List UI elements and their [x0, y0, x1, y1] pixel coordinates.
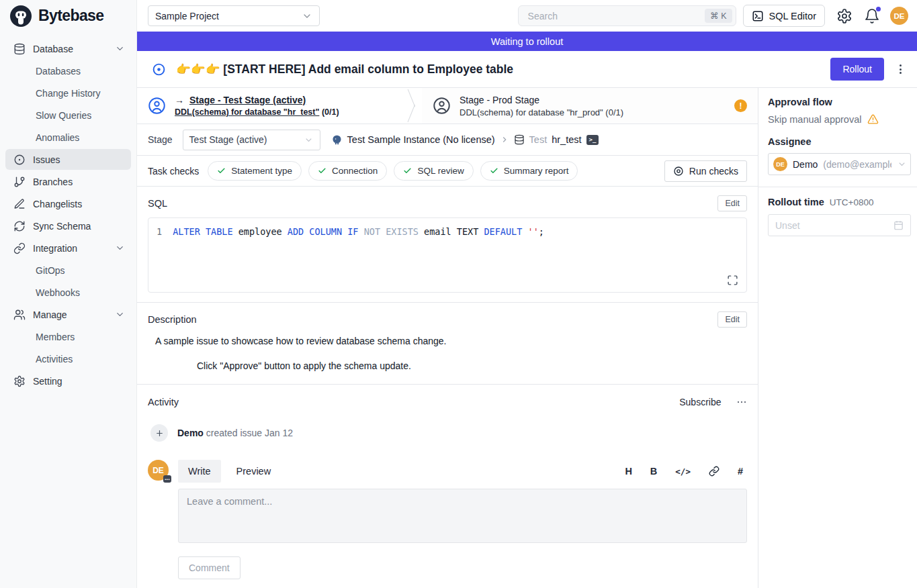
activity-entry: Demo created issue Jan 12: [150, 424, 747, 442]
database-icon: [13, 43, 26, 55]
tab-preview[interactable]: Preview: [226, 460, 281, 483]
description-edit-button[interactable]: Edit: [717, 311, 747, 328]
sidebar-nav: DatabaseDatabasesChange HistorySlow Quer…: [0, 32, 136, 398]
chevron-down-icon: [304, 135, 314, 145]
sidebar-item-setting[interactable]: Setting: [5, 371, 131, 391]
sidebar-item-sync-schema[interactable]: Sync Schema: [5, 215, 131, 236]
notifications-bell-icon[interactable]: [864, 8, 880, 24]
run-checks-button[interactable]: Run checks: [664, 160, 747, 182]
postgresql-icon: [331, 134, 343, 146]
sidebar-item-label: Change History: [36, 88, 101, 99]
sidebar-item-label: Members: [36, 332, 75, 342]
branch-icon: [13, 176, 26, 188]
database-icon: [514, 134, 525, 145]
sidebar-item-database[interactable]: Database: [5, 38, 131, 59]
issue-title: 👉👉👉 [START HERE] Add email column to Emp…: [176, 62, 820, 77]
user-avatar[interactable]: DE: [890, 7, 908, 25]
speech-bubble-icon: •••: [163, 475, 171, 483]
link-icon[interactable]: [709, 466, 719, 477]
stage-card-test[interactable]: →Stage - Test Stage (active) DDL(schema)…: [137, 88, 407, 124]
task-check-statement-type[interactable]: Statement type: [208, 161, 302, 181]
sidebar-item-anomalies[interactable]: Anomalies: [5, 127, 131, 148]
chevron-down-icon: [897, 159, 907, 169]
project-selector[interactable]: Sample Project: [148, 5, 320, 26]
sidebar-item-manage[interactable]: Manage: [5, 304, 131, 325]
search-input[interactable]: [527, 10, 705, 22]
settings-icon[interactable]: [836, 8, 853, 24]
heading-icon[interactable]: H: [625, 466, 631, 477]
assignee-select[interactable]: DE Demo (demo@example: [768, 153, 911, 175]
comment-submit-button[interactable]: Comment: [178, 556, 241, 579]
sidebar-item-label: Branches: [33, 177, 73, 187]
rollout-button[interactable]: Rollout: [830, 58, 884, 81]
sidebar: Bytebase DatabaseDatabasesChange History…: [0, 0, 137, 588]
search-shortcut-badge: ⌘ K: [705, 9, 732, 23]
task-check-label: SQL review: [417, 166, 464, 176]
code-icon[interactable]: </>: [675, 467, 691, 477]
subscribe-button[interactable]: Subscribe: [679, 397, 721, 407]
link-icon: [13, 242, 26, 254]
line-number: 1: [157, 226, 162, 285]
sidebar-item-changelists[interactable]: Changelists: [5, 193, 131, 214]
sql-section-title: SQL: [148, 198, 167, 209]
logo[interactable]: Bytebase: [0, 0, 136, 32]
stage-name: Stage - Prod Stage: [460, 95, 539, 105]
check-icon: [490, 166, 498, 175]
sidebar-item-activities[interactable]: Activities: [5, 348, 131, 369]
hash-icon[interactable]: #: [738, 466, 743, 477]
issue-sidebar: Approval flow Skip manual approval Assig…: [758, 88, 917, 588]
sql-editor-label: SQL Editor: [769, 11, 816, 21]
sidebar-item-change-history[interactable]: Change History: [5, 83, 131, 103]
instance-name[interactable]: Test Sample Instance (No license): [347, 134, 495, 145]
task-check-sql-review[interactable]: SQL review: [394, 161, 473, 181]
sidebar-item-label: Slow Queries: [36, 110, 91, 121]
sidebar-item-databases[interactable]: Databases: [5, 60, 131, 81]
rollout-timezone: UTC+0800: [830, 197, 874, 207]
search-box[interactable]: ⌘ K: [518, 5, 736, 26]
activity-more-icon[interactable]: [736, 399, 748, 406]
expand-editor-icon[interactable]: [727, 275, 738, 286]
task-check-summary-report[interactable]: Summary report: [480, 161, 578, 181]
notification-dot: [876, 7, 881, 11]
sidebar-item-integration[interactable]: Integration: [5, 238, 131, 258]
stage-task: DDL(schema) for database "hr_test": [175, 107, 319, 117]
task-check-connection[interactable]: Connection: [308, 161, 387, 181]
issue-icon: [13, 154, 26, 166]
check-icon: [318, 166, 326, 175]
stage-name: Stage - Test Stage (active): [189, 95, 306, 105]
sidebar-item-members[interactable]: Members: [5, 326, 131, 347]
rollout-time-input[interactable]: Unset: [768, 214, 911, 236]
app: Bytebase DatabaseDatabasesChange History…: [0, 0, 917, 588]
gear-icon: [13, 375, 26, 387]
sidebar-item-label: Setting: [33, 376, 62, 387]
more-options-icon[interactable]: [894, 62, 907, 77]
sidebar-item-webhooks[interactable]: Webhooks: [5, 282, 131, 303]
sidebar-item-gitops[interactable]: GitOps: [5, 260, 131, 281]
stage-label: Stage: [148, 134, 173, 145]
comment-input[interactable]: [178, 489, 747, 543]
chevron-down-icon: [115, 243, 125, 253]
sidebar-item-branches[interactable]: Branches: [5, 171, 131, 192]
stage-select[interactable]: Test Stage (active): [183, 130, 320, 150]
tab-write[interactable]: Write: [178, 460, 221, 483]
task-checks-label: Task checks: [148, 166, 199, 177]
stage-selector-row: Stage Test Stage (active) Test Sample In…: [137, 124, 758, 156]
bold-icon[interactable]: B: [650, 466, 657, 477]
sql-code-block[interactable]: 1 ALTER TABLE employee ADD COLUMN IF NOT…: [148, 217, 747, 293]
stage-card-prod[interactable]: Stage - Prod Stage DDL(schema) for datab…: [422, 88, 758, 124]
database-name[interactable]: hr_test: [552, 134, 581, 145]
sql-edit-button[interactable]: Edit: [717, 195, 747, 211]
project-selector-value: Sample Project: [155, 11, 219, 21]
run-checks-label: Run checks: [689, 166, 738, 177]
status-banner: Waiting to rollout: [137, 32, 917, 51]
sidebar-item-label: Database: [33, 44, 73, 54]
rollout-time-placeholder: Unset: [775, 220, 800, 231]
sql-editor-button[interactable]: SQL Editor: [743, 5, 825, 27]
sidebar-item-slow-queries[interactable]: Slow Queries: [5, 105, 131, 126]
sidebar-item-label: Sync Schema: [33, 221, 91, 232]
sql-code-line: ALTER TABLE employee ADD COLUMN IF NOT E…: [173, 226, 544, 285]
environment-name: Test: [529, 134, 548, 145]
sidebar-item-issues[interactable]: Issues: [5, 149, 131, 170]
stage-warning-icon: !: [734, 99, 747, 112]
open-sql-editor-icon[interactable]: >_: [586, 135, 599, 145]
